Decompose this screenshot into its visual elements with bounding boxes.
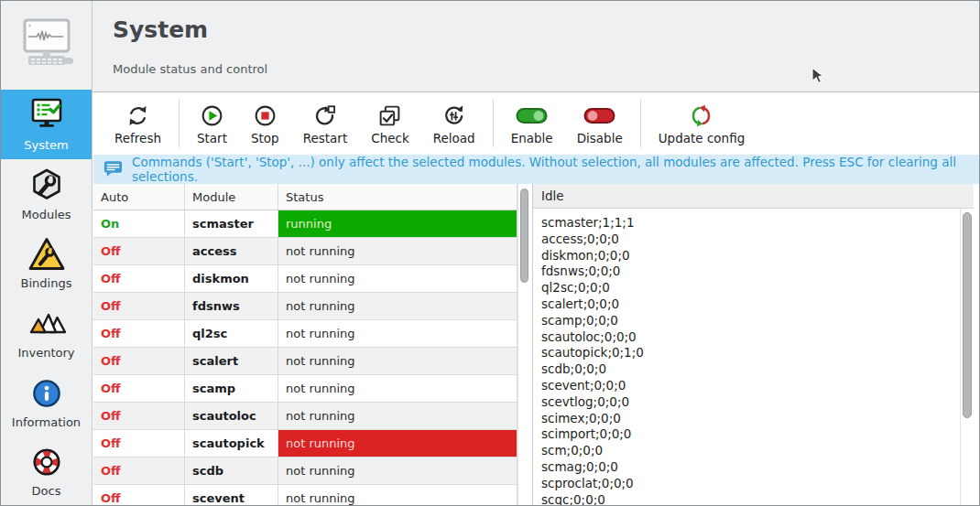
toolbar-button-label: Disable xyxy=(577,131,623,145)
log-line: scimport;0;0;0 xyxy=(541,426,960,443)
sidebar-item-information[interactable]: Information xyxy=(1,367,92,436)
module-row-fdsnws[interactable]: Offfdsnwsnot running xyxy=(93,293,517,320)
module-row-scalert[interactable]: Offscalertnot running xyxy=(93,348,517,375)
toolbar-separator xyxy=(493,100,494,147)
status-cell: not running xyxy=(278,430,517,458)
page-subtitle: Module status and control xyxy=(113,62,267,76)
sidebar-item-system[interactable]: System xyxy=(1,90,92,159)
log-line: scautopick;0;1;0 xyxy=(541,345,960,361)
column-header-auto[interactable]: Auto xyxy=(93,184,185,210)
log-line: scimex;0;0;0 xyxy=(541,411,960,427)
stop-icon xyxy=(253,102,278,129)
sidebar: SystemModulesBindingsInventoryInformatio… xyxy=(1,90,93,505)
reload-button[interactable]: Reload xyxy=(421,98,487,149)
sidebar-item-docs[interactable]: Docs xyxy=(1,436,92,505)
status-cell: not running xyxy=(278,320,517,348)
refresh-button[interactable]: Refresh xyxy=(103,98,173,149)
module-cell: scmaster xyxy=(185,210,278,238)
restart-button[interactable]: Restart xyxy=(291,98,360,149)
toolbar-separator xyxy=(640,100,641,147)
module-row-scamp[interactable]: Offscampnot running xyxy=(93,375,517,403)
seismometer-computer-icon xyxy=(17,17,76,74)
column-header-module[interactable]: Module xyxy=(185,184,278,210)
enable-button[interactable]: Enable xyxy=(499,98,565,149)
log-line: scqc;0;0;0 xyxy=(541,492,960,505)
status-cell: not running xyxy=(278,485,517,505)
log-line: scproclat;0;0;0 xyxy=(541,476,960,492)
log-line: scamp;0;0;0 xyxy=(541,313,960,329)
toolbar-separator xyxy=(179,100,180,147)
log-panel-scrollbar-thumb[interactable] xyxy=(963,212,972,418)
sidebar-item-label: Modules xyxy=(21,208,71,221)
module-table-scrollbar-thumb[interactable] xyxy=(520,188,528,283)
toolbar-button-label: Update config xyxy=(659,131,746,145)
status-cell: not running xyxy=(278,458,517,485)
module-row-scautopick[interactable]: Offscautopicknot running xyxy=(93,430,517,458)
disable-toggle-icon xyxy=(583,102,615,129)
log-panel: Idle scmaster;1;1;1access;0;0;0diskmon;0… xyxy=(532,184,974,505)
auto-cell: Off xyxy=(93,458,185,485)
log-panel-body[interactable]: scmaster;1;1;1access;0;0;0diskmon;0;0;0f… xyxy=(533,209,960,505)
update-config-icon xyxy=(689,102,713,129)
status-cell: not running xyxy=(278,238,517,265)
status-cell: not running xyxy=(278,375,517,403)
log-line: ql2sc;0;0;0 xyxy=(541,280,960,296)
module-cell: access xyxy=(185,238,278,265)
sidebar-item-label: Inventory xyxy=(17,346,74,360)
bindings-warning-wrench-icon xyxy=(27,235,67,274)
sidebar-item-modules[interactable]: Modules xyxy=(1,159,92,229)
auto-cell: Off xyxy=(93,403,185,430)
module-row-ql2sc[interactable]: Offql2scnot running xyxy=(93,320,517,348)
module-row-scevent[interactable]: Offsceventnot running xyxy=(93,485,517,505)
log-panel-title: Idle xyxy=(533,184,974,209)
app-logo-box xyxy=(1,1,93,90)
module-cell: scamp xyxy=(185,375,278,403)
mouse-cursor xyxy=(811,67,824,89)
module-cell: ql2sc xyxy=(185,320,278,348)
module-cell: fdsnws xyxy=(185,293,278,320)
toolbar-button-label: Stop xyxy=(251,131,279,145)
auto-cell: On xyxy=(93,210,185,238)
module-row-diskmon[interactable]: Offdiskmonnot running xyxy=(93,265,517,293)
module-row-access[interactable]: Offaccessnot running xyxy=(93,238,517,265)
sidebar-item-label: Docs xyxy=(32,484,61,498)
status-cell: not running xyxy=(278,403,517,430)
scconfig-window: System Module status and control SystemM… xyxy=(0,0,980,506)
log-line: fdsnws;0;0;0 xyxy=(541,264,960,280)
auto-cell: Off xyxy=(93,238,185,265)
start-button[interactable]: Start xyxy=(185,98,239,149)
toolbar: RefreshStartStopRestartCheckReloadEnable… xyxy=(93,92,979,155)
check-button[interactable]: Check xyxy=(359,98,421,149)
system-status-icon xyxy=(27,97,67,135)
sidebar-item-label: System xyxy=(24,138,68,152)
reload-icon xyxy=(441,102,466,129)
log-panel-scrollbar[interactable] xyxy=(960,209,974,505)
module-cell: scdb xyxy=(185,458,278,485)
module-row-scdb[interactable]: Offscdbnot running xyxy=(93,458,517,485)
column-header-status[interactable]: Status xyxy=(278,184,517,210)
auto-cell: Off xyxy=(93,375,185,403)
toolbar-button-label: Restart xyxy=(303,131,348,145)
status-cell: not running xyxy=(278,293,517,320)
toolbar-button-label: Check xyxy=(371,131,409,145)
module-table-scrollbar[interactable] xyxy=(517,184,530,505)
module-row-scmaster[interactable]: Onscmasterrunning xyxy=(93,210,517,238)
log-line: scm;0;0;0 xyxy=(541,443,960,459)
disable-button[interactable]: Disable xyxy=(565,98,635,149)
module-cell: scalert xyxy=(185,348,278,375)
log-line: scdb;0;0;0 xyxy=(541,361,960,378)
update-config-button[interactable]: Update config xyxy=(647,98,757,149)
module-row-scautoloc[interactable]: Offscautolocnot running xyxy=(93,403,517,430)
toolbar-button-label: Start xyxy=(197,131,227,145)
stop-button[interactable]: Stop xyxy=(239,98,291,149)
sidebar-item-inventory[interactable]: Inventory xyxy=(1,297,92,367)
toolbar-button-label: Enable xyxy=(511,131,553,145)
sidebar-item-bindings[interactable]: Bindings xyxy=(1,228,92,297)
check-icon xyxy=(377,102,402,129)
status-cell: not running xyxy=(278,348,517,375)
start-icon xyxy=(200,102,224,129)
module-table: Auto Module Status OnscmasterrunningOffa… xyxy=(93,184,530,505)
module-cell: diskmon xyxy=(185,265,278,293)
module-table-body: OnscmasterrunningOffaccessnot runningOff… xyxy=(93,210,517,505)
status-cell: running xyxy=(278,210,517,238)
